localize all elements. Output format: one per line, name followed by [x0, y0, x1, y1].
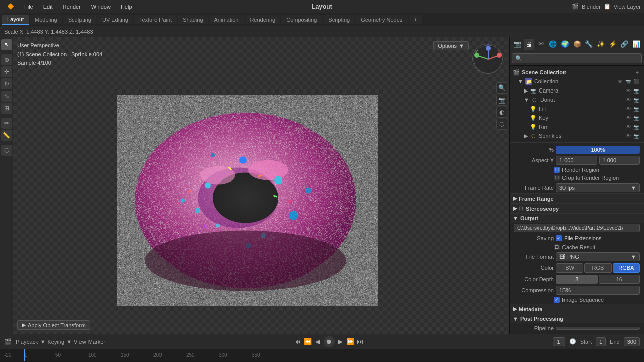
tab-texture-paint[interactable]: Texture Paint: [134, 15, 177, 24]
render-menu[interactable]: Render: [59, 3, 85, 11]
current-frame-input[interactable]: 1: [553, 337, 565, 346]
camera-tool[interactable]: 📷: [496, 95, 507, 106]
fill-cam-icon[interactable]: 📷: [633, 105, 640, 112]
gizmo-circle[interactable]: X Y Z: [472, 44, 503, 74]
tab-particles-icon[interactable]: ✨: [595, 39, 606, 50]
options-button[interactable]: Options ▼: [433, 41, 469, 50]
annotate-tool[interactable]: ✏: [1, 118, 12, 129]
scene-add-icon[interactable]: +: [634, 69, 641, 76]
rotate-tool[interactable]: ↻: [1, 78, 12, 89]
tab-sculpting[interactable]: Sculpting: [63, 15, 96, 24]
apply-transform-button[interactable]: ▶ Apply Object Transform: [17, 320, 90, 330]
camera-vis-icon[interactable]: 📷: [625, 78, 632, 85]
cache-result-check[interactable]: ☐: [554, 244, 560, 250]
keying-label[interactable]: Keying: [48, 339, 65, 345]
add-tool[interactable]: ⬡: [1, 145, 12, 156]
file-menu[interactable]: File: [20, 3, 37, 11]
tab-output-icon[interactable]: 🖨: [524, 39, 535, 50]
playback-label[interactable]: Playback: [16, 339, 38, 345]
end-frame-input[interactable]: 300: [624, 337, 640, 346]
step-fwd-btn[interactable]: ▶: [336, 337, 345, 346]
depth-8[interactable]: 8: [556, 275, 598, 284]
collection-item-sprinkles[interactable]: ▶ ⬡ Sprinkles 👁 📷: [510, 131, 644, 140]
render-icon[interactable]: ⬛: [633, 78, 640, 85]
post-processing-section[interactable]: ▼ Post Processing: [510, 314, 644, 323]
tab-modeling[interactable]: Modeling: [30, 15, 62, 24]
play-btn[interactable]: ⏺: [324, 336, 335, 347]
tab-modifier-icon[interactable]: 🔧: [583, 39, 594, 50]
tab-constraints-icon[interactable]: 🔗: [619, 39, 630, 50]
tab-world-icon[interactable]: 🌍: [559, 39, 571, 50]
tab-scene-icon[interactable]: 🌐: [547, 39, 558, 50]
stereoscopy-section[interactable]: ▶ ☐ Stereoscopy: [510, 203, 644, 213]
window-menu[interactable]: Window: [87, 3, 115, 11]
camera-cam-icon[interactable]: 📷: [633, 87, 640, 94]
move-tool[interactable]: ✛: [1, 66, 12, 77]
cursor-tool[interactable]: ⊕: [1, 54, 12, 65]
tab-view-icon[interactable]: 👁: [535, 39, 546, 50]
tab-compositing[interactable]: Compositing: [281, 15, 322, 24]
select-tool[interactable]: ↖: [1, 39, 12, 50]
transform-tool[interactable]: ⊞: [1, 103, 12, 114]
overlay-tool[interactable]: ⬡: [496, 119, 507, 130]
panel-search-input[interactable]: [512, 53, 642, 63]
prev-keyframe-btn[interactable]: ⏪: [303, 337, 312, 346]
tab-physics-icon[interactable]: ⚡: [607, 39, 618, 50]
key-eye-icon[interactable]: 👁: [625, 114, 632, 121]
collection-item-collection[interactable]: ▼ 📁 Collection 👁 📷 ⬛: [510, 77, 644, 86]
tab-object-icon[interactable]: 📦: [572, 39, 583, 50]
frame-rate-dropdown[interactable]: 30 fps ▼: [556, 183, 640, 192]
collection-item-rim[interactable]: 💡 Rim 👁 📷: [510, 122, 644, 131]
image-seq-check[interactable]: ✓: [554, 297, 560, 303]
depth-16[interactable]: 16: [599, 275, 640, 284]
aspect-x-value[interactable]: 1.000: [556, 156, 597, 165]
render-region-check[interactable]: ☐: [554, 167, 560, 173]
output-path-input[interactable]: [514, 224, 640, 232]
key-cam-icon[interactable]: 📷: [633, 114, 640, 121]
donut-cam-icon[interactable]: 📷: [633, 96, 640, 103]
viewport[interactable]: User Perspective (1) Scene Collection | …: [13, 37, 509, 334]
frame-range-section[interactable]: ▶ Frame Range: [510, 193, 644, 203]
tab-animation[interactable]: Animation: [209, 15, 244, 24]
tab-uv-editing[interactable]: UV Editing: [97, 15, 133, 24]
tab-shading[interactable]: Shading: [178, 15, 208, 24]
jump-start-btn[interactable]: ⏮: [293, 337, 302, 346]
gizmo[interactable]: X Y Z: [470, 41, 505, 76]
step-back-btn[interactable]: ◀: [313, 337, 323, 346]
stereoscopy-check[interactable]: ☐: [519, 206, 524, 211]
color-rgb[interactable]: RGB: [584, 263, 611, 273]
tab-rendering[interactable]: Rendering: [245, 15, 280, 24]
pipeline-value[interactable]: [556, 327, 640, 330]
start-frame-input[interactable]: 1: [596, 337, 606, 346]
tab-geometry-nodes[interactable]: Geometry Nodes: [356, 15, 408, 24]
file-ext-check[interactable]: ✓: [556, 235, 562, 241]
color-rgba[interactable]: RGBA: [613, 263, 640, 273]
tab-layout[interactable]: Layout: [2, 15, 29, 25]
sprinkles-eye-icon[interactable]: 👁: [625, 132, 632, 139]
donut-eye-icon[interactable]: 👁: [625, 96, 632, 103]
percent-bar[interactable]: 100%: [556, 146, 640, 154]
aspect-y-value[interactable]: 1.000: [599, 156, 640, 165]
crop-region-check[interactable]: ☐: [554, 175, 560, 181]
edit-menu[interactable]: Edit: [39, 3, 57, 11]
output-section-header[interactable]: ▼ Output: [510, 213, 644, 223]
help-menu[interactable]: Help: [117, 3, 136, 11]
scale-tool[interactable]: ⤡: [1, 90, 12, 102]
compression-value[interactable]: 15%: [556, 286, 640, 295]
tab-add[interactable]: +: [409, 15, 422, 24]
collection-item-key[interactable]: 💡 Key 👁 📷: [510, 113, 644, 122]
tab-render-icon[interactable]: 📷: [512, 39, 523, 50]
collection-item-fill[interactable]: 💡 Fill 👁 📷: [510, 104, 644, 113]
eye-icon[interactable]: 👁: [617, 78, 624, 85]
collection-item-donut[interactable]: ▼ ⬡ Donut 👁 📷: [510, 95, 644, 104]
marker-label[interactable]: Marker: [88, 339, 105, 345]
rim-eye-icon[interactable]: 👁: [625, 123, 632, 130]
blender-menu[interactable]: 🔶: [3, 2, 18, 11]
next-keyframe-btn[interactable]: ⏩: [346, 337, 355, 346]
sprinkles-cam-icon[interactable]: 📷: [633, 132, 640, 139]
view-label[interactable]: View: [74, 339, 86, 345]
tab-scripting[interactable]: Scripting: [323, 15, 355, 24]
metadata-section[interactable]: ▶ Metadata: [510, 304, 644, 314]
jump-end-btn[interactable]: ⏭: [356, 337, 365, 346]
color-bw[interactable]: BW: [556, 263, 583, 273]
